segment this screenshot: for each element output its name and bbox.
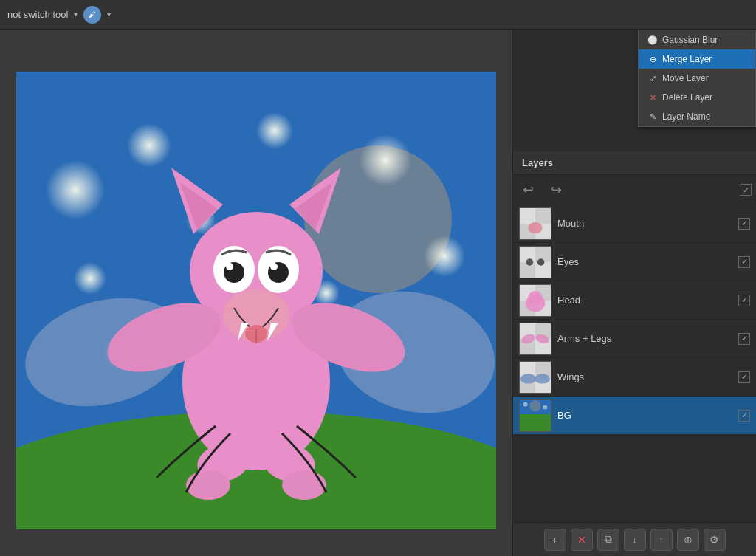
layer-settings-button[interactable]: ⚙ [704,529,726,551]
svg-point-45 [537,258,545,266]
layer-name-eyes: Eyes [557,256,732,267]
move-layer-up-button[interactable]: ↑ [650,529,673,551]
svg-point-5 [256,112,293,149]
svg-point-3 [46,160,105,219]
svg-point-6 [360,134,411,186]
layer-item-eyes[interactable]: Eyes [513,243,756,281]
svg-point-7 [424,236,465,277]
tool-dropdown-arrow-icon[interactable]: ▾ [74,10,78,18]
layers-panel: Layers ↩ ↪ [513,151,756,556]
layer-visibility-toggle[interactable] [740,184,752,196]
layer-visible-head[interactable] [738,295,750,306]
brush-dropdown-arrow-icon[interactable]: ▾ [107,10,111,18]
svg-point-40 [528,222,542,233]
svg-point-27 [270,263,278,270]
layer-visible-eyes[interactable] [738,256,750,268]
layer-thumb-wings [519,361,551,394]
svg-point-36 [282,470,326,500]
layer-visible-bg[interactable] [738,410,750,422]
layers-header: Layers [513,151,756,175]
canvas-wrapper[interactable] [16,72,496,529]
layer-name-wings: Wings [557,371,732,382]
layer-item-head[interactable]: Head [513,281,756,320]
merge-layers-button[interactable]: ⊕ [677,529,699,551]
layer-thumb-mouth [519,207,551,240]
layer-thumb-eyes [519,246,551,278]
redo-button[interactable]: ↪ [546,179,566,200]
layer-thumb-arms-legs [519,323,551,355]
svg-point-4 [127,123,171,168]
svg-point-26 [226,263,233,270]
tool-icon: 🖌 [83,6,101,24]
layer-item-bg[interactable]: BG [513,397,756,435]
main-toolbar: not switch tool ▾ 🖌 ▾ [0,0,756,30]
drawing-canvas[interactable] [16,72,496,529]
layers-bottom-toolbar: + ✕ ⧉ ↓ ↑ ⊕ ⚙ [513,522,756,556]
delete-layer-icon: ✕ [647,93,658,103]
undo-button[interactable]: ↩ [518,179,538,200]
menu-item-merge-layer[interactable]: ⊕ Merge Layer [639,49,755,69]
layer-name-mouth: Mouth [557,218,732,229]
svg-point-63 [529,400,540,411]
layer-visible-arms-legs[interactable] [738,333,750,345]
svg-point-59 [520,374,536,383]
menu-item-layer-name[interactable]: ✎ Layer Name [639,107,755,126]
svg-rect-62 [520,414,551,431]
merge-layer-icon: ⊕ [647,55,658,64]
menu-item-gaussian-blur[interactable]: ⚪ Gaussian Blur [639,30,755,49]
layer-name-arms-legs: Arms + Legs [557,333,732,344]
layer-thumb-head [519,284,551,317]
context-menu: ⚪ Gaussian Blur ⊕ Merge Layer ⤢ Move Lay… [638,30,756,127]
tool-name-label: not switch tool [7,9,68,20]
layer-name-bg: BG [557,410,732,421]
layer-visible-mouth[interactable] [738,218,750,230]
svg-point-8 [74,262,106,295]
main-area: ⚪ Gaussian Blur ⊕ Merge Layer ⤢ Move Lay… [0,30,756,556]
svg-point-44 [526,258,534,266]
add-layer-button[interactable]: + [544,529,566,551]
layer-item-arms-legs[interactable]: Arms + Legs [513,320,756,358]
layer-name-icon: ✎ [647,112,658,122]
delete-layer-button[interactable]: ✕ [571,529,593,551]
svg-point-64 [523,402,528,406]
layer-item-wings[interactable]: Wings [513,358,756,397]
move-layer-icon: ⤢ [647,74,658,83]
duplicate-layer-button[interactable]: ⧉ [597,529,619,551]
layers-list: Mouth Eyes [513,205,756,522]
menu-item-delete-layer[interactable]: ✕ Delete Layer [639,88,755,107]
layer-visible-wings[interactable] [738,371,750,383]
layer-name-head: Head [557,295,732,306]
svg-point-35 [186,470,230,500]
svg-point-60 [535,374,550,383]
canvas-area [0,30,512,556]
menu-item-move-layer[interactable]: ⤢ Move Layer [639,69,755,88]
svg-point-65 [543,405,548,409]
layer-item-mouth[interactable]: Mouth [513,205,756,243]
gaussian-blur-icon: ⚪ [647,35,658,45]
svg-rect-38 [520,208,535,224]
undo-redo-area: ↩ ↪ [513,175,756,205]
move-layer-down-button[interactable]: ↓ [624,529,646,551]
svg-point-50 [528,290,542,304]
layer-thumb-bg [519,399,551,432]
right-panel: ⚪ Gaussian Blur ⊕ Merge Layer ⤢ Move Lay… [512,30,756,556]
